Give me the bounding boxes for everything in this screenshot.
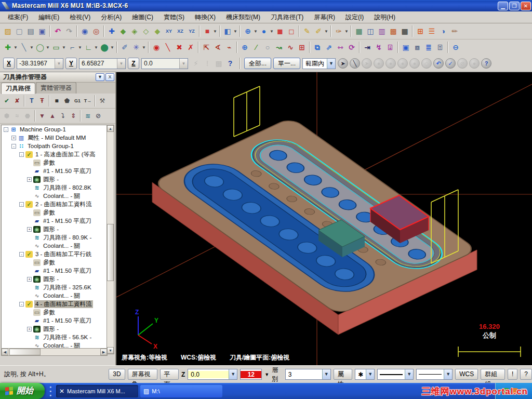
front-view-icon[interactable]: ◇ bbox=[140, 25, 152, 37]
hscroll-thumb[interactable] bbox=[9, 349, 41, 355]
combine-views-icon[interactable]: ▥ bbox=[376, 25, 388, 37]
line-width-combo[interactable]: ▼ bbox=[416, 369, 453, 380]
scroll-down-icon[interactable]: ▼ bbox=[107, 347, 114, 354]
tree-item[interactable]: ≋刀具路徑 - 325.6K bbox=[2, 283, 107, 291]
blank-entity-icon[interactable]: ✏ bbox=[449, 25, 460, 37]
restore-button[interactable]: ❐ bbox=[509, 2, 520, 10]
create-fillet-icon[interactable]: ⌐ bbox=[66, 42, 78, 53]
snap-settings-icon[interactable]: ✳ bbox=[130, 42, 142, 53]
xform-mirror-icon[interactable]: ⇿ bbox=[335, 42, 346, 53]
select-circle-button[interactable]: ● bbox=[469, 58, 480, 69]
collapse-icon[interactable]: - bbox=[11, 144, 16, 149]
level-combo[interactable]: 3▼ bbox=[285, 369, 331, 380]
select-c3-button[interactable]: ● bbox=[397, 58, 408, 69]
create-cylinder-icon[interactable]: ⬤ bbox=[99, 42, 110, 53]
tab-toolpaths[interactable]: 刀具路徑 bbox=[1, 83, 35, 94]
solid-wireframe-icon[interactable]: ◻ bbox=[286, 25, 297, 37]
snap-settings-dropdown-icon[interactable]: ▼ bbox=[142, 42, 147, 53]
create-cylinder-dropdown-icon[interactable]: ▼ bbox=[110, 42, 115, 53]
create-fillet-dropdown-icon[interactable]: ▼ bbox=[78, 42, 83, 53]
scroll-ops-icon[interactable]: ⇕ bbox=[68, 111, 78, 121]
stock-person-icon[interactable]: ⍐ bbox=[434, 42, 446, 53]
tree-item[interactable]: -∷Toolpath Group-1 bbox=[2, 142, 107, 150]
zoom-window-icon[interactable]: ◉ bbox=[79, 25, 90, 37]
wcs-button[interactable]: WCS bbox=[455, 369, 478, 380]
scroll-left-icon[interactable]: ◀ bbox=[2, 349, 8, 355]
status-help-button[interactable]: ? bbox=[520, 369, 532, 380]
dynamic-rotate-icon[interactable]: ◆ bbox=[117, 25, 129, 37]
sketch-trim-icon[interactable]: ✗ bbox=[185, 42, 196, 53]
zoom-out-icon[interactable]: ◎ bbox=[90, 25, 102, 37]
analyze-chain-icon[interactable]: ⌁ bbox=[223, 42, 235, 53]
feature-tool-icon[interactable]: ✑ bbox=[333, 25, 344, 37]
feed-speed-icon[interactable]: ⚒ bbox=[97, 96, 108, 106]
tile-windows-icon[interactable]: ▩ bbox=[388, 25, 399, 37]
rotate-xz-icon[interactable]: XZ bbox=[175, 25, 186, 37]
select-c4-button[interactable]: ● bbox=[409, 58, 420, 69]
create-point-icon[interactable]: ✚ bbox=[2, 42, 14, 53]
xform-copy-icon[interactable]: ⇗ bbox=[323, 42, 335, 53]
g1-code-icon[interactable]: G1 bbox=[72, 96, 83, 106]
orange-list-icon[interactable]: ☰ bbox=[426, 25, 437, 37]
tree-item[interactable]: ▭參數 bbox=[2, 258, 107, 267]
expand-icon[interactable]: + bbox=[27, 227, 32, 232]
rotate-xy-icon[interactable]: XY bbox=[163, 25, 175, 37]
tree-item[interactable]: ▭參數 bbox=[2, 208, 107, 217]
graphics-viewport[interactable]: Z Y X 屏幕視角:等檢視 WCS:俯檢視 刀具/繪圖平面:俯檢視 16.32… bbox=[116, 72, 532, 365]
tree-item[interactable]: ▭參數 bbox=[2, 158, 107, 167]
panel-menu-button[interactable]: ▼ bbox=[96, 73, 104, 81]
line-style-dropdown-icon[interactable]: ▼ bbox=[405, 369, 413, 379]
select-none-button[interactable]: ⊘ bbox=[457, 58, 468, 69]
z-depth-dropdown-icon[interactable]: ▼ bbox=[229, 369, 237, 379]
unselect-all-ops-icon[interactable]: ✘ bbox=[12, 96, 22, 106]
close-button[interactable]: ✕ bbox=[521, 2, 531, 10]
y-dropdown-icon[interactable]: ▼ bbox=[117, 59, 125, 69]
planes-cube-dropdown-icon[interactable]: ▼ bbox=[233, 25, 238, 37]
expand-icon[interactable]: + bbox=[27, 177, 32, 182]
backplot-icon[interactable]: ■ bbox=[51, 96, 62, 106]
menu-檢視V[interactable]: 檢視(V) bbox=[65, 12, 95, 23]
sketch-line-icon[interactable]: ╲ bbox=[162, 42, 174, 53]
select-cube-button[interactable]: ◇ bbox=[421, 58, 432, 69]
tree-horizontal-scrollbar[interactable]: ◀ ▶ bbox=[1, 348, 108, 356]
menu-刀具路徑T[interactable]: 刀具路徑(T) bbox=[266, 12, 308, 23]
select-ok-button[interactable]: ✓ bbox=[445, 58, 456, 69]
tree-item[interactable]: ≋刀具路徑 - 80.9K - bbox=[2, 233, 107, 242]
wcs-globe-icon[interactable]: ⊕ bbox=[242, 25, 254, 37]
post-process-icon[interactable]: T→ bbox=[83, 96, 93, 106]
color-cells-icon[interactable]: ▦ bbox=[399, 25, 410, 37]
move-down-icon[interactable]: ▼ bbox=[37, 111, 47, 121]
range-dropdown-icon[interactable]: ▼ bbox=[327, 59, 335, 69]
toolpath-hide-icon[interactable]: ≈ bbox=[12, 111, 22, 121]
create-polyline-icon[interactable]: ∟ bbox=[83, 42, 94, 53]
tree-item[interactable]: ≋刀具路徑 - 802.8K bbox=[2, 183, 107, 192]
shade-half-icon[interactable]: ◑ bbox=[437, 25, 449, 37]
regen-all-icon[interactable]: T bbox=[26, 96, 37, 106]
menu-機床類型M[interactable]: 機床類型(M) bbox=[221, 12, 265, 23]
grid-settings-icon[interactable]: ▦ bbox=[353, 25, 365, 37]
select-hat-button[interactable]: ➤ bbox=[338, 58, 348, 69]
copy-screen-icon[interactable]: ◫ bbox=[365, 25, 376, 37]
tree-item[interactable]: ▰#1 - M1.50 平底刀 bbox=[2, 217, 107, 225]
analyze-grid-icon[interactable]: ⊞ bbox=[296, 42, 308, 53]
lock-icon[interactable]: ⬢ bbox=[2, 111, 12, 121]
circle-half-icon[interactable]: ⊖ bbox=[450, 42, 461, 53]
analyze-angle-icon[interactable]: ∢ bbox=[212, 42, 223, 53]
line-style-combo[interactable]: ▼ bbox=[377, 369, 414, 380]
scroll-up-icon[interactable]: ▲ bbox=[107, 125, 114, 132]
menu-分析A[interactable]: 分析(A) bbox=[96, 12, 126, 23]
y-coord-field[interactable]: 6.65827▼ bbox=[79, 58, 126, 69]
regen-dirty-icon[interactable]: Ŧ bbox=[37, 96, 47, 106]
stock-bound-icon[interactable]: ⧈ bbox=[411, 42, 423, 53]
config-box-icon[interactable]: ▩ bbox=[213, 58, 224, 69]
tree-item[interactable]: ▭參數 bbox=[2, 308, 107, 316]
x-coord-field[interactable]: -38.31967▼ bbox=[17, 58, 63, 69]
tree-item[interactable]: ≋刀具路徑 - 56.5K - bbox=[2, 333, 107, 341]
taskbar-item[interactable]: ▨M:\ bbox=[140, 385, 222, 397]
tree-item[interactable]: ▰#1 - M1.50 平底刀 bbox=[2, 267, 107, 275]
rotate-yz-icon[interactable]: YZ bbox=[186, 25, 197, 37]
fast-point-icon[interactable]: ⚡ bbox=[190, 58, 202, 69]
select-single-button[interactable]: 單一... bbox=[273, 58, 300, 69]
tree-item[interactable]: +◉圓形 - bbox=[2, 175, 107, 183]
groups-button[interactable]: 群組組 bbox=[481, 369, 505, 380]
